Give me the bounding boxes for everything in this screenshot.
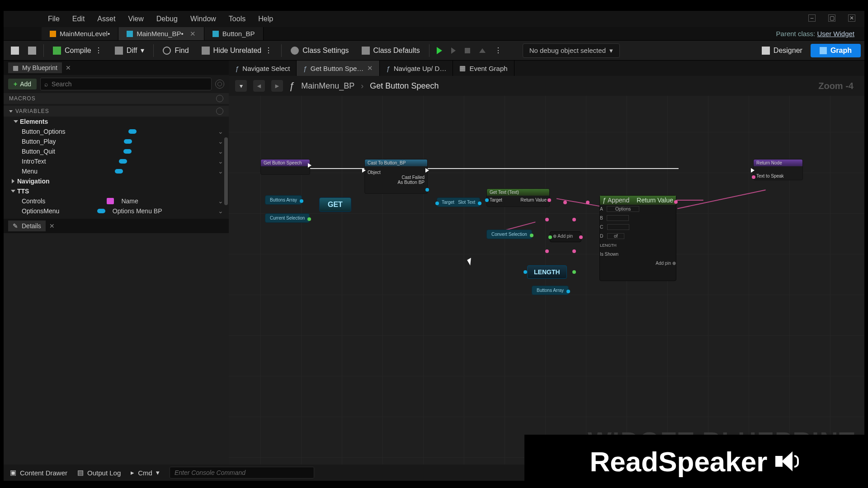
node-var-current-selection[interactable]: Current Selection	[265, 213, 310, 223]
node-var-buttons-array-2[interactable]: Buttons Array	[532, 286, 569, 295]
menu-debug[interactable]: Debug	[150, 15, 184, 23]
diff-button[interactable]: Diff▾	[109, 43, 150, 57]
graph-tab-navigate-updown[interactable]: ƒNavigate Up/ D…	[380, 61, 453, 76]
details-tab[interactable]: ✎Details ✕	[4, 219, 229, 233]
step-button[interactable]	[448, 45, 459, 56]
parent-class-link[interactable]: User Widget	[817, 30, 854, 38]
chevron-down-icon[interactable]: ⌄	[218, 128, 223, 135]
browse-icon[interactable]	[24, 44, 40, 57]
node-function-entry[interactable]: Get Button Speech	[260, 159, 310, 175]
cmd-dropdown[interactable]: ▸Cmd▾	[131, 469, 160, 477]
variables-category[interactable]: VARIABLES	[4, 106, 229, 117]
more-icon[interactable]: ⋮	[265, 46, 272, 55]
settings-gear-icon[interactable]	[215, 80, 224, 89]
play-options-icon[interactable]: ⋮	[491, 43, 505, 57]
debug-object-dropdown[interactable]: No debug object selected ▾	[523, 43, 620, 58]
menu-view[interactable]: View	[122, 15, 150, 23]
add-variable-icon[interactable]	[216, 108, 223, 115]
graph-tab-navigate-select[interactable]: ƒNavigate Select	[229, 61, 297, 76]
add-pin-label[interactable]: Add pin	[656, 261, 671, 266]
console-input[interactable]: Enter Console Command	[170, 467, 314, 479]
menu-asset[interactable]: Asset	[91, 15, 122, 23]
node-array-get[interactable]: GET	[319, 197, 351, 212]
graph-canvas[interactable]: Get Button Speech Cast To Button_BP Obje…	[229, 96, 864, 465]
elements-group[interactable]: Elements	[4, 117, 229, 127]
var-introtext[interactable]: IntroText⌄	[4, 156, 229, 166]
bookmark-icon[interactable]: ▾	[235, 80, 247, 92]
node-var-buttons-array[interactable]: Buttons Array	[265, 195, 302, 205]
my-blueprint-tab[interactable]: ▦My Blueprint ✕	[4, 61, 229, 75]
tab-close-icon[interactable]: ✕	[190, 30, 196, 38]
var-menu[interactable]: Menu⌄	[4, 166, 229, 176]
chevron-down-icon[interactable]: ⌄	[218, 168, 223, 175]
graph-tab-get-button-speech[interactable]: ƒGet Button Spe…✕	[297, 61, 380, 76]
menu-tools[interactable]: Tools	[222, 15, 252, 23]
node-slot-text[interactable]: Target Slot Text	[437, 197, 480, 207]
panel-close-icon[interactable]: ✕	[66, 64, 71, 71]
var-controls[interactable]: Controls Name ⌄	[4, 196, 229, 206]
exec-in-pin[interactable]	[362, 168, 366, 173]
nav-back-button[interactable]: ◄	[253, 80, 265, 92]
crumb-fn[interactable]: Get Button Speech	[370, 81, 439, 91]
data-out-pin[interactable]	[572, 270, 576, 274]
menu-window[interactable]: Window	[184, 15, 222, 23]
chevron-down-icon[interactable]: ⌄	[218, 197, 223, 205]
window-restore-icon[interactable]: ▢	[828, 14, 835, 22]
var-button-play[interactable]: Button_Play⌄	[4, 136, 229, 146]
designer-mode-button[interactable]: Designer	[755, 44, 809, 57]
stop-button[interactable]	[461, 45, 474, 56]
reroute-pin[interactable]	[563, 201, 567, 204]
navigation-group[interactable]: Navigation	[4, 176, 229, 186]
node-append[interactable]: ƒ AppendReturn Value A Options B C D of …	[599, 195, 676, 281]
chevron-down-icon[interactable]: ⌄	[218, 158, 223, 165]
reroute-pin[interactable]	[572, 249, 576, 253]
window-minimize-icon[interactable]: –	[808, 14, 816, 22]
var-button-quit[interactable]: Button_Quit⌄	[4, 146, 229, 156]
reroute-pin[interactable]	[572, 218, 576, 221]
reroute-pin[interactable]	[545, 218, 549, 221]
data-in-pin[interactable]	[524, 270, 527, 274]
node-get-text[interactable]: Get Text (Text) Target Return Value	[486, 188, 550, 207]
node-array-length[interactable]: LENGTH	[527, 265, 567, 279]
save-icon[interactable]	[7, 44, 23, 57]
exec-out-pin[interactable]	[308, 163, 311, 168]
doc-tab-button-bp[interactable]: Button_BP	[204, 27, 264, 40]
compile-button[interactable]: Compile⋮	[47, 43, 108, 57]
eject-button[interactable]	[476, 46, 489, 56]
menu-help[interactable]: Help	[252, 15, 279, 23]
class-defaults-button[interactable]: Class Defaults	[356, 44, 425, 57]
reroute-pin[interactable]	[586, 201, 590, 204]
chevron-down-icon[interactable]: ⌄	[218, 148, 223, 155]
doc-tab-mainmenu-bp[interactable]: MainMenu_BP• ✕	[118, 27, 204, 40]
node-convert-selection[interactable]: Convert Selection	[486, 230, 532, 239]
add-macro-icon[interactable]	[216, 95, 223, 102]
var-button-options[interactable]: Button_Options⌄	[4, 127, 229, 136]
node-return[interactable]: Return Node Text to Speak	[753, 159, 803, 180]
search-input[interactable]: ⌕ Search	[40, 78, 212, 90]
tts-group[interactable]: TTS	[4, 186, 229, 196]
graph-mode-button[interactable]: Graph	[811, 44, 861, 57]
chevron-down-icon[interactable]: ⌄	[218, 138, 223, 145]
graph-tab-event-graph[interactable]: ▦Event Graph	[453, 61, 514, 76]
find-button[interactable]: Find	[157, 44, 194, 57]
data-out-pin[interactable]	[425, 188, 429, 192]
class-settings-button[interactable]: Class Settings	[285, 44, 354, 57]
scrollbar-thumb[interactable]	[224, 137, 228, 205]
panel-close-icon[interactable]: ✕	[49, 222, 55, 230]
play-button[interactable]	[433, 44, 446, 57]
nav-forward-button[interactable]: ►	[271, 80, 283, 92]
crumb-bp[interactable]: MainMenu_BP	[301, 81, 354, 91]
doc-tab-mainmenulevel[interactable]: MainMenuLevel•	[42, 27, 118, 40]
hide-unrelated-button[interactable]: Hide Unrelated⋮	[196, 43, 278, 57]
output-log-button[interactable]: ▤Output Log	[77, 469, 121, 477]
chevron-down-icon[interactable]: ⌄	[218, 207, 223, 215]
node-add-pin[interactable]: ⊕ Add pin	[550, 231, 581, 242]
menu-file[interactable]: File	[42, 15, 66, 23]
menu-edit[interactable]: Edit	[66, 15, 91, 23]
window-close-icon[interactable]: ✕	[848, 14, 855, 22]
content-drawer-button[interactable]: ▣Content Drawer	[10, 469, 67, 477]
reroute-pin[interactable]	[545, 249, 549, 253]
var-optionsmenu[interactable]: OptionsMenu Options Menu BP ⌄	[4, 206, 229, 216]
tab-close-icon[interactable]: ✕	[367, 64, 373, 72]
macros-category[interactable]: MACROS	[4, 93, 229, 104]
